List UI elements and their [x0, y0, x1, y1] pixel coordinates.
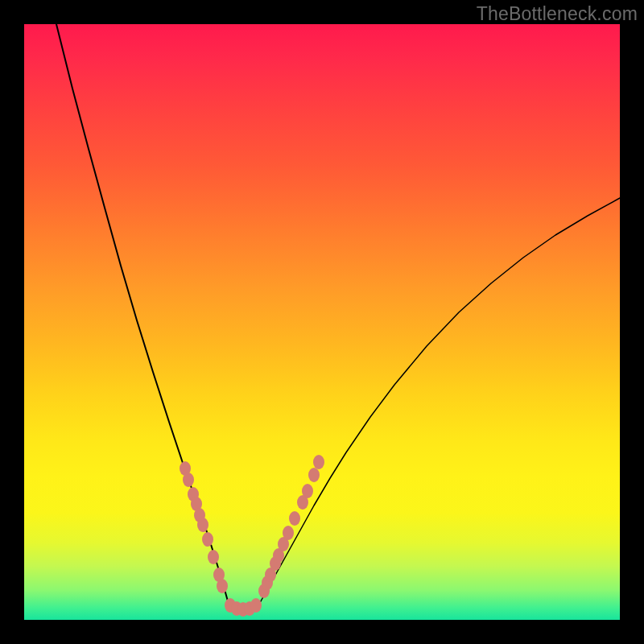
curve-right-branch	[258, 198, 620, 607]
data-marker	[202, 532, 213, 547]
chart-frame: TheBottleneck.com	[0, 0, 644, 644]
data-marker	[308, 468, 320, 482]
data-marker	[183, 473, 194, 487]
marker-cluster-right	[258, 455, 324, 598]
data-marker	[250, 598, 262, 613]
data-marker	[217, 579, 228, 593]
data-marker	[313, 455, 324, 469]
data-marker	[208, 550, 219, 564]
marker-cluster-left	[180, 461, 228, 593]
data-marker	[302, 484, 313, 498]
data-marker	[289, 511, 300, 526]
data-marker	[197, 518, 208, 532]
chart-svg	[24, 24, 620, 620]
marker-cluster-bottom	[225, 598, 262, 617]
chart-plot-area	[24, 24, 620, 620]
watermark-text: TheBottleneck.com	[477, 3, 638, 25]
data-marker	[283, 526, 294, 540]
curve-group	[56, 24, 620, 610]
